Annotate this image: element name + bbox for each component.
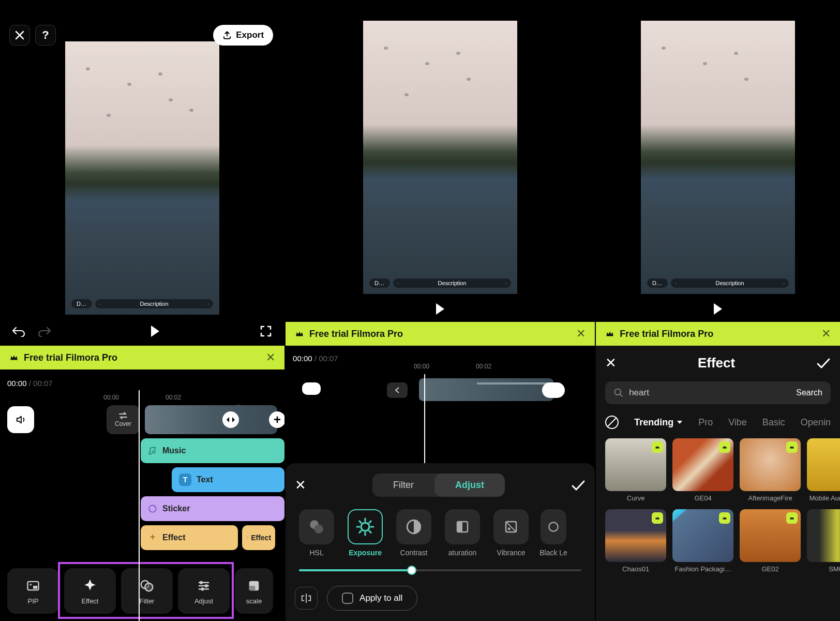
sparkle-icon — [82, 578, 98, 594]
tool-filter[interactable]: Filter — [121, 568, 173, 614]
effect-track[interactable]: Effect Effect — [141, 525, 238, 550]
close-button[interactable] — [9, 25, 30, 46]
hsl-icon — [308, 518, 325, 536]
sparkle-icon — [246, 534, 249, 541]
adj-vibrance[interactable]: Vibrance — [489, 509, 533, 557]
desc-chip-long[interactable]: Description — [671, 278, 789, 288]
playhead[interactable] — [139, 390, 140, 621]
banner-close[interactable]: ✕ — [576, 327, 586, 341]
trial-banner[interactable]: Free trial Filmora Pro ✕ — [0, 346, 284, 369]
crown-badge — [652, 512, 663, 524]
category-opening[interactable]: Opening&Clos — [801, 417, 831, 428]
adj-blacklevel[interactable]: Black Le — [538, 509, 569, 557]
tab-filter[interactable]: Filter — [372, 474, 434, 497]
category-pro[interactable]: Pro — [698, 417, 713, 428]
tab-adjust[interactable]: Adjust — [434, 474, 505, 497]
svg-point-19 — [549, 522, 558, 531]
pip-icon — [26, 579, 40, 593]
play-button[interactable] — [714, 303, 722, 315]
fullscreen-button[interactable] — [259, 324, 273, 338]
video-preview[interactable]: Des… Description — [65, 41, 219, 315]
category-basic[interactable]: Basic — [762, 417, 785, 428]
adj-hsl[interactable]: HSL — [295, 509, 338, 557]
effect-item[interactable]: AfterimageFire — [740, 438, 801, 502]
effect-item[interactable]: SM04 — [807, 509, 840, 573]
search-box[interactable]: Search — [605, 381, 831, 404]
effect-track-2[interactable]: Effect — [242, 525, 275, 550]
desc-chip-short[interactable]: Des… — [71, 299, 92, 308]
video-clip[interactable] — [419, 378, 553, 401]
transition-button[interactable] — [222, 411, 239, 428]
effect-title: Effect — [698, 355, 735, 371]
export-button[interactable]: Export — [213, 25, 273, 46]
play-button[interactable] — [436, 303, 444, 315]
category-trending[interactable]: Trending — [634, 417, 683, 428]
svg-point-12 — [314, 525, 323, 534]
add-clip-button[interactable]: + — [269, 411, 284, 428]
tool-scale[interactable]: scale — [235, 568, 273, 614]
timeline[interactable]: 00:00 / 00:07 00:00 00:02 Cover + — [0, 369, 284, 621]
clip-handle-right[interactable] — [542, 382, 565, 398]
banner-close[interactable]: ✕ — [266, 351, 275, 364]
effect-item[interactable]: GE04 — [672, 438, 733, 502]
svg-point-18 — [508, 527, 511, 530]
adj-contrast[interactable]: Contrast — [392, 509, 436, 557]
clip-handle[interactable] — [302, 382, 321, 395]
scale-icon — [247, 579, 261, 593]
desc-chip-long[interactable]: Description — [393, 278, 511, 288]
sparkle-icon — [148, 533, 157, 542]
timeline[interactable]: 00:00 / 00:07 00:00 00:02 ✕ Filter — [286, 346, 595, 621]
effect-item[interactable]: GE02 — [740, 509, 801, 573]
back-chip[interactable] — [387, 382, 408, 398]
category-vibe[interactable]: Vibe — [728, 417, 747, 428]
tool-adjust[interactable]: Adjust — [178, 568, 230, 614]
effect-item[interactable]: Mobile Audio Vis… — [807, 438, 840, 502]
video-preview[interactable]: Des… Description — [641, 21, 795, 294]
adj-saturation[interactable]: aturation — [441, 509, 484, 557]
adj-exposure[interactable]: Exposure — [343, 509, 387, 557]
music-track[interactable]: Music — [141, 438, 284, 463]
volume-button[interactable] — [7, 406, 34, 433]
time-current: 00:00 — [293, 354, 312, 363]
banner-close[interactable]: ✕ — [821, 327, 831, 341]
desc-chip-short[interactable]: Des… — [369, 278, 390, 288]
tool-effect[interactable]: Effect — [64, 568, 116, 614]
trial-banner[interactable]: Free trial Filmora Pro ✕ — [596, 322, 840, 346]
help-button[interactable]: ? — [35, 25, 56, 46]
category-none[interactable] — [605, 416, 619, 429]
effect-item[interactable]: Fashion Packagi… — [672, 509, 733, 573]
desc-chip-short[interactable]: Des… — [647, 278, 668, 288]
effect-sheet: ✕ Effect Search Trending Pro Vibe B — [596, 346, 840, 621]
redo-button[interactable] — [37, 324, 52, 338]
apply-to-all-button[interactable]: Apply to all — [327, 586, 417, 611]
effect-close[interactable]: ✕ — [605, 355, 617, 371]
effect-item[interactable]: Curve — [605, 438, 666, 502]
undo-button[interactable] — [11, 324, 26, 338]
help-icon: ? — [42, 28, 49, 42]
svg-rect-16 — [457, 522, 462, 532]
svg-point-20 — [615, 389, 621, 395]
search-input[interactable] — [629, 388, 791, 398]
tool-pip[interactable]: PIP — [7, 568, 59, 614]
apply-checkbox[interactable] — [342, 593, 353, 604]
svg-point-3 — [30, 583, 32, 585]
time-current: 00:00 — [7, 379, 27, 388]
trial-banner[interactable]: Free trial Filmora Pro ✕ — [286, 322, 595, 346]
exposure-slider[interactable] — [299, 569, 581, 571]
desc-chip-long[interactable]: Description — [95, 299, 213, 308]
text-track[interactable]: T Text — [172, 467, 284, 492]
compare-button[interactable] — [295, 587, 318, 610]
play-button[interactable] — [151, 326, 159, 337]
search-button[interactable]: Search — [796, 388, 822, 397]
video-clip[interactable]: + — [145, 405, 277, 434]
cover-chip[interactable]: Cover — [107, 405, 140, 434]
effect-confirm[interactable] — [816, 358, 831, 369]
svg-point-6 — [200, 581, 203, 584]
effect-item[interactable]: Chaos01 — [605, 509, 666, 573]
sticker-track[interactable]: Sticker — [141, 496, 284, 521]
sheet-confirm[interactable] — [571, 480, 586, 491]
slider-thumb[interactable] — [407, 566, 416, 575]
video-preview[interactable]: Des… Description — [363, 21, 517, 294]
sheet-close[interactable]: ✕ — [295, 477, 306, 493]
svg-point-5 — [145, 583, 153, 591]
